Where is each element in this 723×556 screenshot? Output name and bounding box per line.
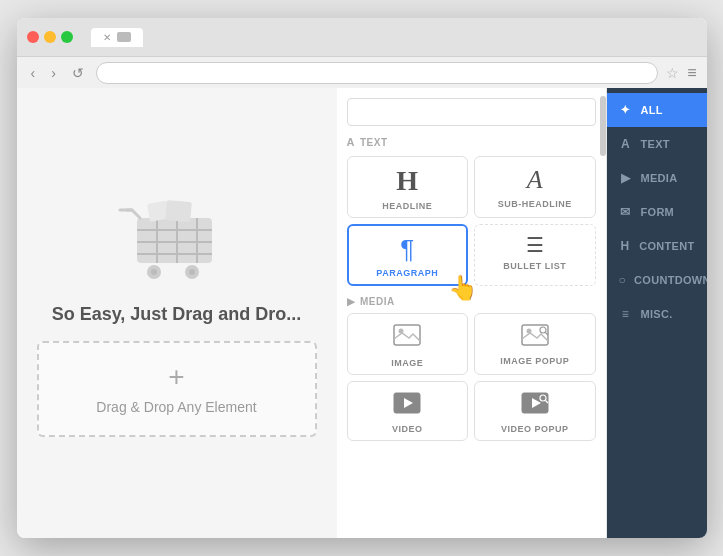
image-icon	[393, 324, 421, 352]
image-popup-icon	[521, 324, 549, 350]
widget-headline[interactable]: H HEADLINE	[347, 156, 469, 218]
cart-icon-area	[112, 190, 242, 294]
bullet-list-icon: ☰	[526, 235, 544, 255]
image-popup-label: IMAGE POPUP	[500, 356, 569, 366]
menu-icon[interactable]: ≡	[687, 64, 696, 82]
text-widget-grid: H HEADLINE A SUB-HEADLINE ¶ PARAGRAPH 👆	[347, 156, 596, 286]
media-icon: ▶	[619, 171, 633, 185]
video-label: VIDEO	[392, 424, 423, 434]
text-icon: A	[619, 137, 633, 151]
widget-bullet-list[interactable]: ☰ BULLET LIST	[474, 224, 596, 286]
close-button[interactable]	[27, 31, 39, 43]
svg-rect-16	[522, 325, 548, 345]
media-section-header: ▶ MEDIA	[347, 296, 596, 307]
countdown-icon: ○	[619, 273, 627, 287]
widget-video-popup[interactable]: VIDEO POPUP	[474, 381, 596, 441]
minimize-button[interactable]	[44, 31, 56, 43]
drop-zone[interactable]: + Drag & Drop Any Element	[37, 341, 317, 437]
sidebar-item-countdown[interactable]: ○ COUNTDOWN	[607, 263, 707, 297]
media-widget-grid: IMAGE IMAGE POPUP	[347, 313, 596, 441]
traffic-lights	[27, 31, 73, 43]
svg-rect-13	[165, 200, 192, 222]
sub-headline-icon: A	[527, 167, 543, 193]
sidebar-item-all-label: ALL	[641, 104, 663, 116]
maximize-button[interactable]	[61, 31, 73, 43]
image-label: IMAGE	[391, 358, 423, 368]
all-icon: ✦	[619, 103, 633, 117]
sidebar-item-media[interactable]: ▶ MEDIA	[607, 161, 707, 195]
widget-video[interactable]: VIDEO	[347, 381, 469, 441]
sidebar-item-form-label: FORM	[641, 206, 675, 218]
drop-zone-plus-icon: +	[168, 363, 184, 391]
video-popup-icon	[521, 392, 549, 418]
sidebar-item-misc[interactable]: ≡ MISC.	[607, 297, 707, 331]
address-bar: ‹ › ↺ ☆ ≡	[17, 56, 707, 88]
form-icon: ✉	[619, 205, 633, 219]
sidebar-item-text[interactable]: A TEXT	[607, 127, 707, 161]
sidebar-item-content-label: CONTENT	[639, 240, 694, 252]
headline-icon: H	[396, 167, 418, 195]
media-section-icon: ▶	[347, 296, 356, 307]
svg-point-11	[189, 269, 195, 275]
sub-headline-label: SUB-HEADLINE	[498, 199, 572, 209]
misc-icon: ≡	[619, 307, 633, 321]
paragraph-label: PARAGRAPH	[376, 268, 438, 278]
sidebar-item-text-label: TEXT	[641, 138, 670, 150]
text-section-header: A TEXT	[347, 136, 596, 148]
video-icon	[393, 392, 421, 418]
browser-window: ✕ ‹ › ↺ ☆ ≡	[17, 18, 707, 538]
video-popup-label: VIDEO POPUP	[501, 424, 569, 434]
headline-label: HEADLINE	[382, 201, 432, 211]
refresh-button[interactable]: ↺	[68, 63, 88, 83]
main-content: So Easy, Just Drag and Dro... + Drag & D…	[17, 88, 707, 538]
tab-close-icon[interactable]: ✕	[103, 32, 111, 43]
sidebar-item-media-label: MEDIA	[641, 172, 678, 184]
forward-button[interactable]: ›	[47, 63, 60, 83]
svg-point-9	[151, 269, 157, 275]
url-input[interactable]	[96, 62, 658, 84]
paragraph-icon: ¶	[400, 236, 414, 262]
drop-zone-text: Drag & Drop Any Element	[96, 399, 256, 415]
widget-paragraph[interactable]: ¶ PARAGRAPH 👆	[347, 224, 469, 286]
widget-image[interactable]: IMAGE	[347, 313, 469, 375]
tagline: So Easy, Just Drag and Dro...	[52, 304, 302, 325]
sidebar-item-misc-label: MISC.	[641, 308, 673, 320]
title-bar: ✕	[17, 18, 707, 56]
widget-sub-headline[interactable]: A SUB-HEADLINE	[474, 156, 596, 218]
sidebar-item-form[interactable]: ✉ FORM	[607, 195, 707, 229]
sidebar-item-all[interactable]: ✦ ALL	[607, 93, 707, 127]
widget-image-popup[interactable]: IMAGE POPUP	[474, 313, 596, 375]
bullet-list-label: BULLET LIST	[503, 261, 566, 271]
scroll-indicator[interactable]	[600, 96, 606, 156]
content-icon: H	[619, 239, 632, 253]
widget-panel: A TEXT H HEADLINE A SUB-HEADLINE ¶ PARAG…	[337, 88, 607, 538]
tab-area: ✕	[91, 28, 143, 47]
text-section-icon: A	[347, 136, 355, 148]
svg-point-18	[540, 327, 546, 333]
cart-illustration	[112, 190, 242, 290]
tab-favicon	[117, 32, 131, 42]
svg-rect-0	[137, 218, 212, 263]
canvas-area: So Easy, Just Drag and Dro... + Drag & D…	[17, 88, 337, 538]
svg-rect-14	[394, 325, 420, 345]
back-button[interactable]: ‹	[27, 63, 40, 83]
sidebar-nav: ✦ ALL A TEXT ▶ MEDIA ✉ FORM H CONTENT	[607, 88, 707, 538]
widget-search-input[interactable]	[347, 98, 596, 126]
browser-tab[interactable]: ✕	[91, 28, 143, 47]
bookmark-icon[interactable]: ☆	[666, 65, 679, 81]
sidebar-item-content[interactable]: H CONTENT	[607, 229, 707, 263]
sidebar-item-countdown-label: COUNTDOWN	[634, 274, 706, 286]
